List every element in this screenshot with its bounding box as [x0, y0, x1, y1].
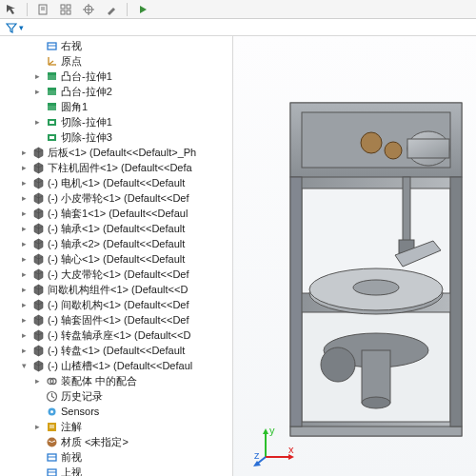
- tree-node-label: 注解: [61, 419, 82, 434]
- tree-node[interactable]: ▸(-) 轴承<2> (Default<<Default: [0, 236, 232, 251]
- expand-icon[interactable]: ▸: [19, 148, 30, 158]
- tree-node[interactable]: ▸(-) 轴心<1> (Default<<Default: [0, 251, 232, 267]
- tree-node-label: 右视: [61, 38, 82, 53]
- svg-rect-5: [61, 10, 65, 14]
- tree-node-label: 上视: [61, 465, 82, 476]
- svg-rect-63: [290, 426, 462, 436]
- tree-node-label: 下柱机固件<1> (Default<<Defa: [48, 160, 192, 175]
- tree-node[interactable]: ▸切除-拉伸1: [0, 114, 232, 129]
- expand-icon[interactable]: ▸: [19, 300, 30, 310]
- model-viewport[interactable]: y x z: [233, 36, 476, 476]
- tree-node[interactable]: Sensors: [0, 404, 232, 419]
- tb-target-icon[interactable]: [81, 2, 96, 17]
- tree-node[interactable]: 上视: [0, 465, 232, 476]
- tree-node[interactable]: 圆角1: [0, 99, 232, 114]
- svg-rect-3: [61, 5, 65, 9]
- expand-icon[interactable]: ▸: [19, 330, 30, 341]
- tree-node-label: 后板<1> (Default<<Default>_Ph: [48, 145, 196, 160]
- view-icon: [45, 450, 58, 464]
- filter-bar[interactable]: ▾: [0, 19, 476, 36]
- part-icon: [31, 161, 45, 174]
- toolbar-separator: [127, 3, 128, 16]
- tree-node-label: (-) 电机<1> (Default<<Default: [48, 175, 185, 190]
- expand-icon[interactable]: ▸: [19, 285, 30, 295]
- expand-icon[interactable]: ▸: [19, 315, 30, 326]
- view-triad[interactable]: y x z: [252, 425, 294, 466]
- expand-icon[interactable]: ▸: [32, 117, 43, 128]
- tree-node[interactable]: ▸(-) 大皮带轮<1> (Default<<Def: [0, 267, 232, 282]
- tree-node[interactable]: 前视: [0, 449, 232, 465]
- expand-icon[interactable]: ▸: [19, 254, 30, 265]
- svg-rect-4: [67, 5, 70, 9]
- expand-icon[interactable]: ▸: [32, 422, 43, 432]
- tree-node[interactable]: 材质 <未指定>: [0, 434, 232, 449]
- filter-icon: [6, 22, 17, 33]
- expander-spacer: [32, 102, 43, 112]
- svg-point-62: [321, 347, 355, 382]
- expand-icon[interactable]: ▸: [32, 376, 43, 387]
- tree-node[interactable]: ▸后板<1> (Default<<Default>_Ph: [0, 145, 232, 160]
- view-toolbar: [0, 0, 476, 19]
- svg-text:x: x: [288, 444, 294, 455]
- svg-rect-6: [67, 10, 70, 14]
- tree-node[interactable]: 右视: [0, 38, 232, 53]
- expand-icon[interactable]: ▸: [19, 163, 30, 173]
- tree-node[interactable]: ▸注解: [0, 419, 232, 434]
- tb-arrow-icon[interactable]: [4, 2, 19, 17]
- tree-node[interactable]: ▸间歇机构组件<1> (Default<<D: [0, 282, 232, 297]
- tree-node-label: 材质 <未指定>: [61, 434, 129, 449]
- part-icon: [31, 146, 45, 159]
- expand-icon[interactable]: ▸: [19, 269, 30, 280]
- tree-node-label: (-) 轴套1<1> (Default<<Defaul: [48, 206, 188, 221]
- tree-node-label: 原点: [61, 53, 82, 69]
- note-icon: [45, 420, 58, 433]
- tree-node[interactable]: 切除-拉伸3: [0, 129, 232, 145]
- tree-node[interactable]: ▸(-) 转盘轴承座<1> (Default<<D: [0, 327, 232, 343]
- part-icon: [31, 222, 45, 235]
- tree-node-label: 凸台-拉伸1: [61, 69, 112, 84]
- expand-icon[interactable]: ▸: [19, 239, 30, 249]
- tb-document-icon[interactable]: [35, 2, 50, 17]
- cut-icon: [45, 115, 58, 129]
- feature-icon: [45, 85, 58, 98]
- tree-node[interactable]: ▸下柱机固件<1> (Default<<Defa: [0, 160, 232, 175]
- svg-point-58: [353, 280, 399, 295]
- part-icon: [31, 344, 45, 357]
- tree-node[interactable]: ▸(-) 轴套固件<1> (Default<<Def: [0, 312, 232, 327]
- expander-spacer: [32, 56, 43, 67]
- expand-icon[interactable]: ▸: [19, 193, 30, 204]
- expand-icon[interactable]: ▸: [19, 346, 30, 356]
- tree-node[interactable]: 原点: [0, 53, 232, 69]
- tree-node[interactable]: ▸(-) 转盘<1> (Default<<Default: [0, 343, 232, 358]
- tree-node[interactable]: ▸(-) 电机<1> (Default<<Default: [0, 175, 232, 190]
- tree-node-label: 间歇机构组件<1> (Default<<D: [48, 282, 188, 297]
- tree-node[interactable]: ▸(-) 轴承<1> (Default<<Default: [0, 221, 232, 236]
- expand-icon[interactable]: ▸: [19, 178, 30, 188]
- tb-tools-icon[interactable]: [104, 2, 119, 17]
- expander-spacer: [32, 391, 43, 402]
- tree-node[interactable]: 历史记录: [0, 388, 232, 404]
- collapse-icon[interactable]: ▾: [19, 361, 30, 371]
- tree-node-label: 前视: [61, 449, 82, 465]
- tree-node[interactable]: ▸(-) 间歇机构<1> (Default<<Def: [0, 297, 232, 312]
- tree-node[interactable]: ▸凸台-拉伸1: [0, 69, 232, 84]
- feature-tree[interactable]: 右视原点▸凸台-拉伸1▸凸台-拉伸2圆角1▸切除-拉伸1切除-拉伸3▸后板<1>…: [0, 36, 233, 476]
- tree-node[interactable]: ▸(-) 小皮带轮<1> (Default<<Def: [0, 190, 232, 206]
- tree-node[interactable]: ▾(-) 山楂槽<1> (Default<<Defaul: [0, 358, 232, 373]
- tree-node[interactable]: ▸(-) 轴套1<1> (Default<<Defaul: [0, 206, 232, 221]
- expand-icon[interactable]: ▸: [19, 208, 30, 219]
- part-icon: [31, 207, 45, 220]
- tb-grid-icon[interactable]: [58, 2, 73, 17]
- tree-node-label: (-) 小皮带轮<1> (Default<<Def: [48, 190, 189, 206]
- tree-node[interactable]: ▸装配体 中的配合: [0, 373, 232, 388]
- expand-icon[interactable]: ▸: [32, 71, 43, 82]
- svg-marker-67: [263, 428, 268, 434]
- tree-node-label: Sensors: [61, 404, 99, 419]
- tree-node[interactable]: ▸凸台-拉伸2: [0, 84, 232, 99]
- history-icon: [45, 389, 58, 403]
- expander-spacer: [32, 437, 43, 447]
- expand-icon[interactable]: ▸: [32, 87, 43, 97]
- model-render: [233, 36, 476, 476]
- expand-icon[interactable]: ▸: [19, 224, 30, 234]
- tb-play-icon[interactable]: [135, 2, 150, 17]
